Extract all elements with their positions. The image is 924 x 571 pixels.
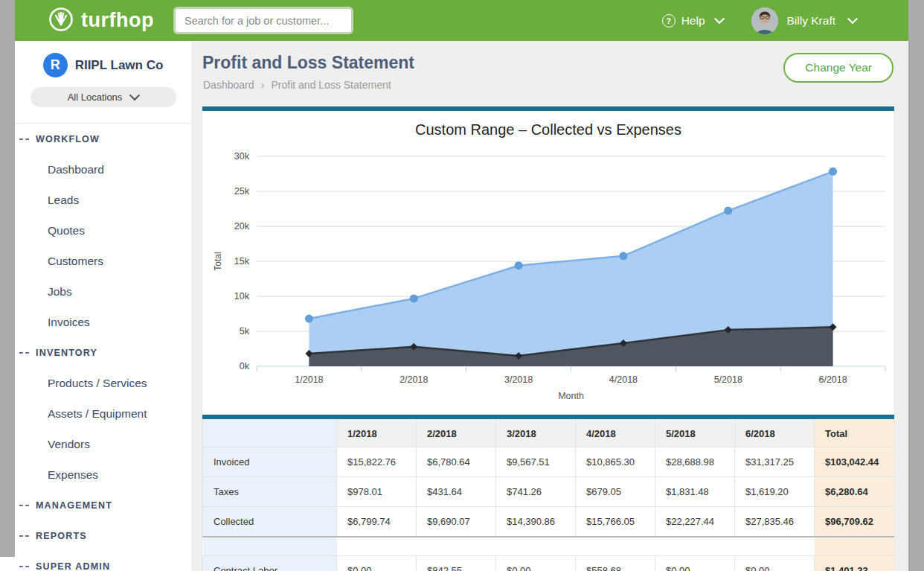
pl-cell: $31,317.25 — [735, 447, 815, 477]
pl-table-card: 1/20182/20183/20184/20185/20186/2018Tota… — [202, 415, 894, 571]
pl-cell: $0.00 — [337, 556, 417, 571]
sidebar-section-management[interactable]: MANAGEMENT — [15, 490, 191, 520]
brand-logo[interactable]: turfhop — [48, 6, 154, 36]
pl-cell: $0.00 — [655, 556, 735, 571]
pl-col-header — [203, 420, 337, 447]
pl-cell: $431.64 — [417, 477, 496, 507]
svg-text:5k: 5k — [240, 326, 250, 336]
left-scrollbar[interactable] — [0, 0, 15, 557]
right-scrollbar[interactable] — [908, 0, 924, 571]
dashes-icon — [19, 505, 29, 506]
breadcrumb-dashboard[interactable]: Dashboard — [203, 79, 254, 91]
company-name: RIIPL Lawn Co — [75, 58, 164, 73]
location-selector[interactable]: All Locations — [31, 87, 176, 107]
location-label: All Locations — [68, 92, 123, 103]
svg-text:1/2018: 1/2018 — [295, 374, 323, 385]
chart-title: Custom Range – Collected vs Expenses — [202, 111, 894, 138]
sidebar-nav: WORKFLOWDashboardLeadsQuotesCustomersJob… — [15, 124, 191, 571]
dashes-icon — [19, 566, 29, 567]
pl-row-label: Taxes — [203, 477, 337, 507]
help-icon: ? — [662, 14, 676, 28]
pl-cell: $0.00 — [496, 556, 576, 571]
svg-text:30k: 30k — [234, 151, 250, 162]
pl-cell: $1,831.48 — [655, 477, 735, 507]
page-title: Profit and Loss Statement — [202, 53, 414, 73]
dashes-icon — [19, 138, 29, 140]
chevron-down-icon — [847, 13, 858, 24]
chevron-down-icon — [713, 13, 724, 24]
sidebar-item-dashboard[interactable]: Dashboard — [15, 154, 191, 185]
sidebar: R RIIPL Lawn Co All Locations WORKFLOWDa… — [15, 41, 191, 571]
svg-text:Month: Month — [558, 391, 584, 401]
sidebar-item-assets-equipment[interactable]: Assets / Equipment — [15, 398, 191, 429]
pl-cell: $842.55 — [417, 556, 496, 571]
pl-col-header: 5/2018 — [655, 420, 735, 447]
dashes-icon — [19, 535, 29, 537]
svg-text:10k: 10k — [234, 291, 250, 302]
sidebar-section-workflow[interactable]: WORKFLOW — [15, 124, 191, 154]
main-content: Profit and Loss Statement Dashboard › Pr… — [191, 41, 908, 571]
svg-text:Total: Total — [213, 252, 223, 270]
sidebar-section-inventory[interactable]: INVENTORY — [15, 337, 191, 368]
pl-cell: $28,688.98 — [655, 447, 735, 477]
pl-cell: $10,865.30 — [576, 447, 655, 477]
sidebar-item-leads[interactable]: Leads — [15, 185, 191, 215]
pl-cell: $27,835.46 — [735, 507, 815, 537]
breadcrumb-separator-icon: › — [261, 78, 265, 91]
pl-cell: $978.01 — [337, 477, 417, 507]
chevron-down-icon — [129, 90, 140, 101]
pl-table: 1/20182/20183/20184/20185/20186/2018Tota… — [202, 419, 894, 571]
help-menu[interactable]: ? Help — [662, 14, 723, 28]
pl-cell: $741.26 — [496, 477, 576, 507]
pl-col-header: 2/2018 — [417, 420, 496, 447]
page-header: Profit and Loss Statement Dashboard › Pr… — [191, 41, 908, 106]
sidebar-item-invoices[interactable]: Invoices — [15, 307, 191, 337]
pl-cell: $9,567.51 — [496, 447, 576, 477]
change-year-button[interactable]: Change Year — [783, 53, 893, 83]
pl-col-header: 3/2018 — [496, 420, 576, 447]
pl-total-cell: $96,709.62 — [815, 507, 895, 537]
company-logo: R — [43, 53, 68, 77]
svg-text:4/2018: 4/2018 — [609, 374, 638, 385]
turfhop-grass-icon — [48, 6, 74, 36]
pl-col-header: Total — [815, 420, 895, 447]
sidebar-section-super-admin[interactable]: SUPER ADMIN — [15, 551, 191, 571]
chart-card: Custom Range – Collected vs Expenses 0k5… — [202, 106, 894, 415]
sidebar-item-quotes[interactable]: Quotes — [15, 215, 191, 246]
breadcrumb-current: Profit and Loss Statement — [272, 79, 391, 91]
svg-text:2/2018: 2/2018 — [400, 374, 428, 385]
pl-section-divider — [203, 537, 895, 556]
svg-text:15k: 15k — [234, 256, 250, 267]
pl-cell: $679.05 — [576, 477, 655, 507]
pl-col-header: 6/2018 — [735, 420, 815, 447]
user-menu[interactable]: Billy Kraft — [751, 7, 856, 34]
pl-cell: $558.68 — [576, 556, 655, 571]
pl-cell: $0.00 — [735, 556, 815, 571]
app-window: turfhop ? Help Billy Kraft — [0, 0, 924, 571]
pl-col-header: 4/2018 — [576, 420, 655, 447]
pl-cell: $1,619.20 — [735, 477, 815, 507]
svg-text:6/2018: 6/2018 — [818, 374, 847, 385]
sidebar-item-expenses[interactable]: Expenses — [15, 459, 191, 490]
sidebar-item-vendors[interactable]: Vendors — [15, 429, 191, 459]
sidebar-item-customers[interactable]: Customers — [15, 246, 191, 276]
pl-row-invoiced: Invoiced$15,822.76$6,780.64$9,567.51$10,… — [203, 447, 895, 477]
pl-cell: $6,780.64 — [417, 447, 496, 477]
sidebar-item-jobs[interactable]: Jobs — [15, 276, 191, 307]
sidebar-section-reports[interactable]: REPORTS — [15, 520, 191, 551]
user-name: Billy Kraft — [787, 14, 835, 28]
breadcrumb: Dashboard › Profit and Loss Statement — [203, 78, 391, 91]
company-selector[interactable]: R RIIPL Lawn Co — [15, 41, 191, 77]
sidebar-item-products-services[interactable]: Products / Services — [15, 368, 191, 398]
pl-total-cell: $103,042.44 — [815, 447, 895, 477]
user-avatar — [751, 7, 778, 34]
pl-cell: $14,390.86 — [496, 507, 576, 537]
search-input[interactable] — [175, 8, 352, 33]
brand-name: turfhop — [81, 9, 154, 32]
area-chart-canvas[interactable]: 0k5k10k15k20k25k30k1/20182/20183/20184/2… — [202, 142, 894, 415]
pl-total-cell: $6,280.64 — [815, 477, 895, 507]
pl-col-header: 1/2018 — [337, 420, 417, 447]
pl-row-taxes: Taxes$978.01$431.64$741.26$679.05$1,831.… — [203, 477, 895, 507]
pl-cell: $6,799.74 — [337, 507, 417, 537]
pl-row-label: Contract Labor — [203, 556, 337, 571]
